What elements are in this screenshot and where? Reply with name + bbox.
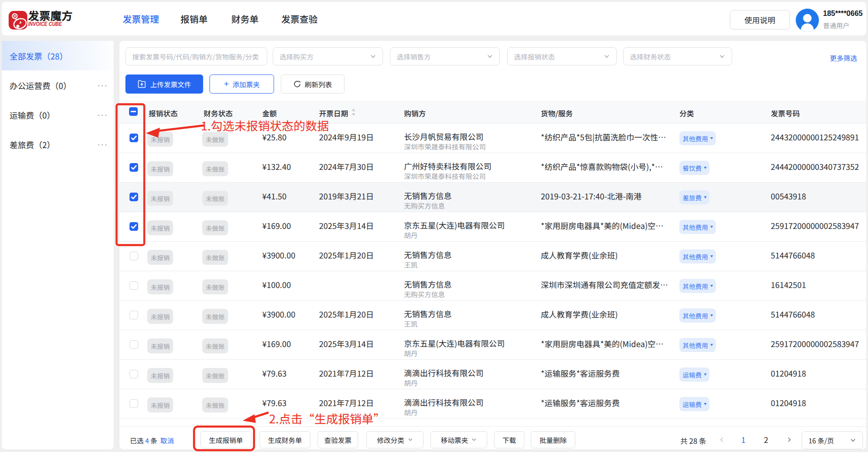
- svg-text:票: 票: [13, 14, 16, 18]
